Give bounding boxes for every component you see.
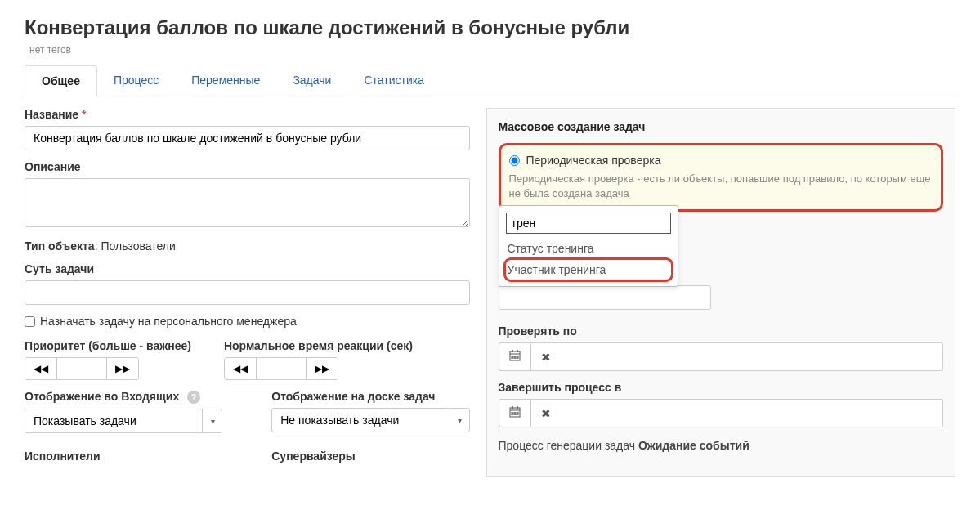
condition-search-input[interactable] (506, 213, 671, 234)
inbox-display-label: Отображение во Входящих ? (25, 390, 222, 404)
desc-textarea[interactable] (25, 178, 470, 227)
rule-input[interactable] (499, 285, 711, 310)
periodic-check-radio[interactable] (509, 155, 520, 166)
board-display-label: Отображение на доске задач (271, 390, 469, 403)
reaction-decrease-button[interactable]: ◀◀ (225, 358, 257, 379)
condition-dropdown: Статус тренинга Участник тренинга (499, 205, 678, 287)
tabs: Общее Процесс Переменные Задачи Статисти… (25, 65, 955, 96)
calendar-icon[interactable] (499, 399, 530, 427)
name-input[interactable] (25, 126, 470, 150)
priority-input[interactable] (57, 358, 106, 379)
obj-type-label: Тип объекта (25, 239, 95, 253)
obj-type-value: Пользователи (101, 239, 175, 253)
help-icon[interactable]: ? (187, 391, 200, 404)
condition-option-participant[interactable]: Участник тренинга (506, 260, 671, 280)
periodic-check-box: Периодическая проверка Периодическая про… (499, 143, 944, 212)
reaction-stepper: ◀◀ ▶▶ (224, 357, 338, 380)
mass-create-title: Массовое создание задач (499, 120, 944, 133)
finish-at-input[interactable] (561, 399, 944, 427)
supervisors-label: Супервайзеры (271, 450, 469, 463)
tab-general[interactable]: Общее (25, 65, 97, 96)
generation-status: Процесс генерации задач Ожидание событий (499, 439, 944, 452)
tab-tasks[interactable]: Задачи (276, 65, 347, 96)
condition-option-status[interactable]: Статус тренинга (506, 239, 671, 258)
board-display-select[interactable] (271, 408, 469, 432)
tab-stats[interactable]: Статистика (347, 65, 441, 96)
page-title: Конвертация баллов по шкале достижений в… (25, 16, 955, 39)
check-by-input[interactable] (561, 342, 944, 371)
clear-icon[interactable]: ✖ (530, 342, 561, 371)
priority-increase-button[interactable]: ▶▶ (106, 358, 138, 379)
desc-label: Описание (25, 160, 470, 173)
tab-variables[interactable]: Переменные (175, 65, 276, 96)
check-by-label: Проверять по (499, 324, 944, 338)
task-essence-input[interactable] (25, 280, 470, 305)
task-essence-label: Суть задачи (25, 262, 470, 275)
reaction-label: Нормальное время реакции (сек) (224, 339, 413, 352)
calendar-icon[interactable] (499, 342, 530, 371)
tags-placeholder: нет тегов (29, 44, 955, 56)
name-label: Название * (25, 108, 470, 121)
required-mark: * (82, 108, 86, 121)
assign-manager-checkbox[interactable] (25, 316, 35, 327)
periodic-check-hint: Периодическая проверка - есть ли объекты… (509, 172, 933, 201)
priority-stepper: ◀◀ ▶▶ (25, 357, 139, 380)
inbox-display-select[interactable] (25, 409, 222, 433)
finish-at-label: Завершить процесс в (499, 381, 944, 394)
tab-process[interactable]: Процесс (97, 65, 175, 96)
priority-label: Приоритет (больше - важнее) (25, 339, 191, 352)
executors-label: Исполнители (25, 450, 222, 463)
reaction-input[interactable] (257, 358, 306, 379)
assign-manager-label: Назначать задачу на персонального менедж… (40, 315, 297, 328)
reaction-increase-button[interactable]: ▶▶ (306, 358, 338, 379)
priority-decrease-button[interactable]: ◀◀ (25, 358, 57, 379)
periodic-check-label: Периодическая проверка (526, 154, 661, 167)
clear-icon[interactable]: ✖ (530, 399, 561, 427)
